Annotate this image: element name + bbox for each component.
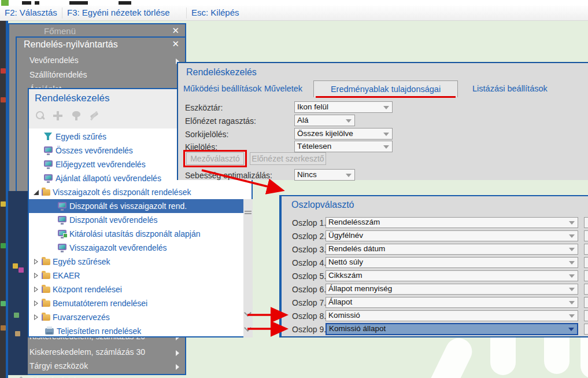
dropdown-fragment [584,310,588,321]
fkey-f2-valasztas[interactable]: F2: Választás [5,8,57,17]
search-icon[interactable] [36,111,44,119]
field-label: Előnézet ragasztás: [185,116,256,126]
folder-icon [42,287,50,293]
titlebar-fragment [35,1,39,5]
tree-view-icon[interactable] [72,111,81,120]
tree-folder-collapsed[interactable]: Egyéb szűrések [29,255,243,269]
tab-eredmenyablak-tulajdonsagai[interactable]: Eredményablak tulajdonságai [313,80,458,97]
mini-app-icon [1,243,6,248]
mini-app-icon [19,267,24,273]
dropdown-arrow-icon [569,288,575,291]
expanded-triangle-icon[interactable] [34,190,39,195]
collapsed-triangle-icon[interactable] [34,273,38,278]
dropdown-arrow-icon [569,248,575,251]
printer-icon [45,328,54,335]
collapsed-triangle-icon[interactable] [34,287,38,292]
dropdown-arrow-icon [383,145,389,149]
dropdown-oszlop-4[interactable]: Nettó súly [326,257,578,268]
red-underline-annotation [316,96,456,98]
dropdown-fragment [584,297,588,308]
elonezet-szerkeszto-button[interactable]: Előnézet szerkesztő [250,152,326,165]
collapsed-triangle-icon[interactable] [34,300,38,306]
tab-muveletek[interactable]: Műveletek [264,84,302,93]
close-icon[interactable]: ✕ [172,39,179,49]
tree-item[interactable]: Visszaigazolt vevőrendelés [29,241,243,255]
watermark-stroke [580,335,588,378]
function-key-bar: F2: Választás F3: Egyéni nézetek törlése… [0,6,588,21]
fkey-f3-egyeni-nezetek-torlese[interactable]: F3: Egyéni nézetek törlése [67,8,170,17]
tree-folder-collapsed[interactable]: Fuvarszervezés [29,310,243,324]
dropdown-arrow-icon [383,133,389,136]
field-label: Eszköztár: [185,103,223,112]
scrollbar[interactable] [243,199,253,337]
add-icon[interactable] [53,111,62,120]
dropdown-arrow-icon [569,234,575,238]
menu-item-vevorendeles[interactable]: Vevőrendelés [17,54,185,68]
tab-mukodesi-beallitasok[interactable]: Működési beállítások [183,84,261,93]
dropdown-kijeloles[interactable]: Tételesen [294,141,393,152]
dropdown-oszlop-7[interactable]: Állapot [326,297,578,308]
dropdown-oszlop-3[interactable]: Rendelés dátum [326,244,578,255]
submenu-arrow-icon [176,350,179,356]
titlebar-fragment [69,1,88,5]
column-row-label: Oszlop 3.: [292,245,328,254]
dropdown-arrow-icon [569,314,575,318]
close-icon[interactable]: ✕ [172,25,179,36]
dropdown-oszlop-2[interactable]: Ügyfélnév [326,230,578,241]
dropdown-oszlop-5[interactable]: Cikkszám [326,270,578,281]
dropdown-arrow-icon [569,301,575,304]
dropdown-fragment [584,244,588,255]
dropdown-oszlop-8[interactable]: Komissió [326,310,578,321]
scroll-grip-icon[interactable] [245,211,252,215]
tree-folder-collapsed[interactable]: Bemutatóterem rendelései [29,296,243,310]
menu-item-berszamfejtes[interactable]: Bérszámfejtés [17,374,185,378]
field-label: Sebesség optimalizálás: [185,171,272,180]
collapsed-triangle-icon[interactable] [34,314,38,320]
dropdown-sorkijeloles[interactable]: Összes kijelölve [294,128,393,140]
filter-icon [44,133,52,140]
watermark-stroke [544,335,569,374]
dialog-oszlopvalaszto: Oszlopválasztó Oszlop 1.: Rendelésszám O… [279,195,588,337]
chevron-down-icon[interactable] [244,309,252,317]
dropdown-arrow-icon [569,221,575,225]
tab-listazasi-beallitasok[interactable]: Listázási beállítások [472,84,548,93]
fkey-esc-kilepes[interactable]: Esc: Kilépés [191,8,239,17]
titlebar-fragment [22,1,31,5]
dropdown-oszlop-1[interactable]: Rendelésszám [326,217,578,228]
dropdown-eszkoztar[interactable]: Ikon felül [294,101,393,113]
menu-item-targyi-eszkozok[interactable]: Tárgyi eszközök [17,359,185,374]
background-icon-strip [8,191,28,375]
window-title: Főmenü [44,26,76,36]
chevron-down-icon[interactable] [244,324,252,332]
dropdown-fragment [584,284,588,295]
tree-item[interactable]: Teljesítetlen rendelések [29,324,243,338]
tree-item-selected[interactable]: Diszponált és visszaigazolt rend. [29,199,243,213]
tree-folder-expanded[interactable]: Visszaigazolt és diszponált rendelések [29,185,243,199]
watermark-stroke [420,333,476,378]
unpin-icon[interactable] [89,111,99,120]
monitor-icon [44,174,53,181]
menu-item-kiskereskedelem-30[interactable]: Kiskereskedelem, számlázás 30 [17,346,185,360]
dropdown-arrow-icon [383,106,389,109]
folder-icon [42,300,50,307]
collapsed-triangle-icon[interactable] [34,259,38,265]
dropdown-sebesseg-optimalizalas[interactable]: Nincs [294,169,355,181]
tree-folder-collapsed[interactable]: EKAER [29,269,243,282]
mini-app-icon [13,263,18,269]
dropdown-elonezet-ragasztas[interactable]: Alá [294,115,355,126]
column-row-label: Oszlop 4.: [292,258,328,267]
dropdown-oszlop-9-selected[interactable]: Komissió állapot [326,323,578,335]
tree-item[interactable]: Kitárolási utasítás diszponált alapján [29,227,243,241]
mini-app-icon [1,325,6,331]
background-icon-strip [0,21,6,378]
mini-app-icon [1,97,6,102]
column-row-label: Oszlop 5.: [292,271,328,281]
mezovalaszto-button[interactable]: Mezőválasztó [186,152,244,165]
dropdown-oszlop-6[interactable]: Állapot mennyiség [326,284,578,295]
menu-item-szallitorendeles[interactable]: Szállítórendelés [17,68,185,83]
separator [186,8,187,19]
mini-app-icon [15,331,20,336]
tree-item[interactable]: Diszponált vevőrendelés [29,213,243,227]
tree-folder-collapsed[interactable]: Központ rendelései [29,282,243,296]
column-row-label: Oszlop 1.: [292,218,328,227]
